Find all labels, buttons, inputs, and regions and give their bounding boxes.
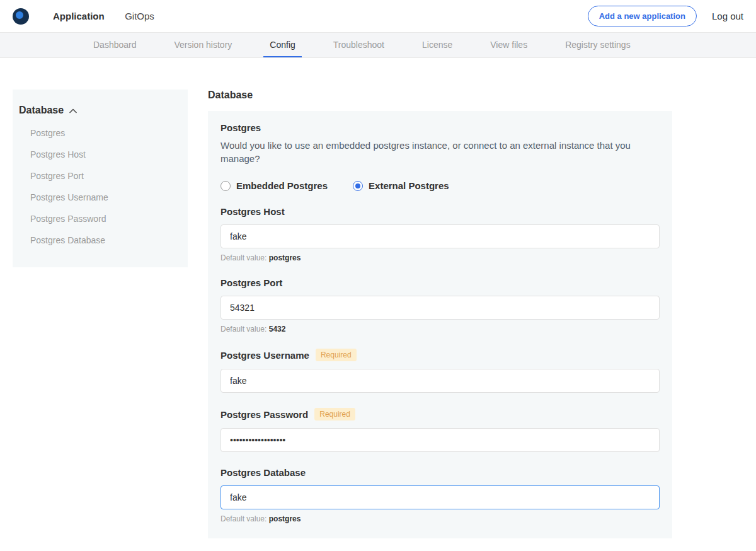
- field-label-text: Postgres Port: [220, 277, 282, 288]
- field-postgres-port: Postgres Port Default value: 5432: [220, 277, 660, 334]
- subnav-tab-troubleshoot[interactable]: Troubleshoot: [327, 33, 391, 57]
- group-help-text: Would you like to use an embedded postgr…: [220, 139, 660, 165]
- field-label: Postgres Database: [220, 467, 660, 478]
- sidebar-group-label: Database: [19, 105, 64, 116]
- field-label: Postgres Port: [220, 277, 660, 288]
- radio-embedded-label: Embedded Postgres: [236, 180, 328, 191]
- config-page: Database Postgres Postgres Host Postgres…: [0, 58, 756, 551]
- default-value-hint: Default value: 5432: [220, 325, 660, 334]
- field-postgres-username: Postgres Username Required: [220, 349, 660, 393]
- group-title: Postgres: [220, 122, 660, 133]
- app-subnav: Dashboard Version history Config Trouble…: [0, 33, 756, 58]
- subnav-tab-version-history[interactable]: Version history: [168, 33, 239, 57]
- field-postgres-database: Postgres Database Default value: postgre…: [220, 467, 660, 523]
- subnav-tab-license[interactable]: License: [416, 33, 459, 57]
- radio-external-label: External Postgres: [369, 180, 449, 191]
- sidebar-item-postgres-password[interactable]: Postgres Password: [13, 208, 188, 229]
- radio-unselected-icon: [220, 181, 231, 191]
- top-navbar-right: Add a new application Log out: [588, 6, 743, 26]
- radio-embedded-postgres[interactable]: Embedded Postgres: [220, 180, 328, 191]
- field-label: Postgres Password Required: [220, 408, 660, 420]
- top-nav-tabs: Application GitOps: [44, 0, 163, 33]
- field-label-text: Postgres Host: [220, 206, 285, 217]
- default-value-hint: Default value: postgres: [220, 514, 660, 523]
- default-value-hint: Default value: postgres: [220, 253, 660, 262]
- logout-link[interactable]: Log out: [712, 11, 743, 21]
- section-title: Database: [208, 90, 672, 101]
- chevron-up-icon: [69, 105, 77, 116]
- subnav-tab-view-files[interactable]: View files: [484, 33, 534, 57]
- field-postgres-host: Postgres Host Default value: postgres: [220, 206, 660, 262]
- sidebar-item-list: Postgres Postgres Host Postgres Port Pos…: [13, 122, 188, 251]
- sidebar-group-database[interactable]: Database: [13, 105, 188, 116]
- tab-gitops[interactable]: GitOps: [116, 0, 163, 33]
- sidebar-item-postgres-username[interactable]: Postgres Username: [13, 187, 188, 208]
- default-value: postgres: [269, 253, 301, 262]
- sidebar-item-postgres[interactable]: Postgres: [13, 122, 188, 144]
- default-label: Default value:: [220, 325, 266, 334]
- field-label-text: Postgres Database: [220, 467, 306, 478]
- tab-application[interactable]: Application: [44, 0, 113, 33]
- postgres-password-input[interactable]: [220, 428, 660, 452]
- add-application-button[interactable]: Add a new application: [588, 6, 697, 26]
- sidebar-item-postgres-database[interactable]: Postgres Database: [13, 229, 188, 251]
- postgres-mode-radio-group: Embedded Postgres External Postgres: [220, 180, 660, 191]
- config-group-box: Postgres Would you like to use an embedd…: [208, 111, 672, 538]
- config-sidebar: Database Postgres Postgres Host Postgres…: [13, 90, 188, 267]
- required-badge: Required: [316, 349, 357, 361]
- field-label: Postgres Username Required: [220, 349, 660, 361]
- subnav-tab-config[interactable]: Config: [263, 33, 301, 57]
- app-logo-icon: [13, 8, 29, 25]
- radio-selected-icon: [353, 181, 363, 191]
- subnav-tab-dashboard[interactable]: Dashboard: [87, 33, 143, 57]
- field-label-text: Postgres Password: [220, 409, 308, 420]
- sidebar-item-postgres-port[interactable]: Postgres Port: [13, 165, 188, 187]
- top-navbar: Application GitOps Add a new application…: [0, 0, 756, 33]
- top-navbar-left: Application GitOps: [13, 0, 163, 32]
- postgres-port-input[interactable]: [220, 296, 660, 320]
- default-value: postgres: [269, 514, 301, 523]
- field-postgres-password: Postgres Password Required: [220, 408, 660, 452]
- config-content: Database Postgres Would you like to use …: [208, 90, 672, 551]
- postgres-database-input[interactable]: [220, 485, 660, 509]
- required-badge: Required: [314, 408, 355, 420]
- field-label-text: Postgres Username: [220, 350, 309, 361]
- postgres-host-input[interactable]: [220, 224, 660, 248]
- default-value: 5432: [269, 325, 286, 334]
- default-label: Default value:: [220, 514, 266, 523]
- postgres-username-input[interactable]: [220, 369, 660, 393]
- subnav-tab-registry-settings[interactable]: Registry settings: [559, 33, 636, 57]
- radio-external-postgres[interactable]: External Postgres: [353, 180, 449, 191]
- sidebar-item-postgres-host[interactable]: Postgres Host: [13, 144, 188, 165]
- default-label: Default value:: [220, 253, 266, 262]
- field-label: Postgres Host: [220, 206, 660, 217]
